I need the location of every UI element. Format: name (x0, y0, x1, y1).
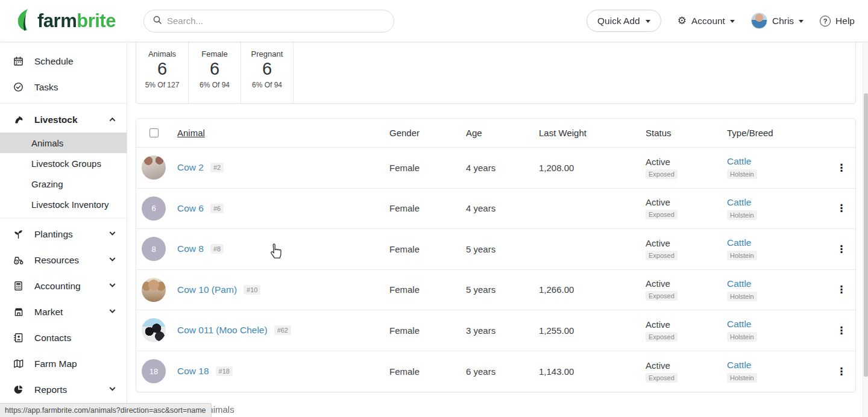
main-content: Animals65% Of 127Female66% Of 94Pregnant… (127, 42, 863, 417)
animal-name-cell: Cow 8#8 (177, 243, 389, 254)
scrollbar-thumb[interactable] (864, 93, 868, 377)
animal-avatar-photo (142, 155, 166, 180)
stat-label: Female (189, 49, 241, 58)
animal-name-link[interactable]: Cow 2 (177, 162, 204, 173)
animal-type-link[interactable]: Cattle (727, 278, 752, 289)
avatar-cell: 6 (136, 196, 177, 221)
sidebar-item-label: Market (34, 307, 63, 318)
status-cell: ActiveExposed (646, 360, 727, 383)
avatar-cell: 18 (136, 359, 177, 383)
sidebar-item-farm-map[interactable]: Farm Map (0, 351, 127, 377)
stat-pregnant: Pregnant66% Of 94 (241, 42, 294, 103)
animal-name-link[interactable]: Cow 011 (Moo Chele) (177, 325, 268, 336)
table-row: 6Cow 6#6Female4 yearsActiveExposedCattle… (136, 189, 855, 230)
user-avatar (751, 13, 767, 29)
account-menu[interactable]: ⚙ Account (678, 16, 735, 27)
sidebar-item-market[interactable]: Market (0, 299, 127, 325)
sidebar-subitem-animals[interactable]: Animals (0, 133, 127, 153)
stat-animals: Animals65% Of 127 (136, 42, 189, 103)
stat-value: 6 (241, 59, 293, 79)
table-row: 18Cow 18#18Female6 years1,143.00ActiveEx… (136, 351, 855, 392)
table-row: Cow 2#2Female4 years1,208.00ActiveExpose… (136, 148, 855, 189)
age-cell: 5 years (466, 244, 539, 254)
animal-name-link[interactable]: Cow 6 (177, 203, 204, 214)
animal-type-link[interactable]: Cattle (727, 319, 752, 329)
sidebar-subitem-grazing[interactable]: Grazing (0, 174, 127, 194)
sidebar-item-label: Reports (34, 384, 67, 395)
animals-table: Animal Gender Age Last Weight Status Typ… (136, 118, 856, 392)
column-header-gender[interactable]: Gender (389, 128, 466, 138)
search-input[interactable]: Search... (143, 10, 394, 33)
avatar-cell: 8 (136, 237, 177, 261)
sidebar-item-plantings[interactable]: Plantings (0, 221, 127, 247)
sidebar-item-label: Accounting (34, 281, 81, 292)
animal-name-link[interactable]: Cow 18 (177, 366, 209, 377)
sidebar-item-contacts[interactable]: Contacts (0, 325, 127, 351)
farm-map-icon (13, 359, 26, 369)
link-status-bar: https://app.farmbrite.com/animals?direct… (0, 403, 212, 417)
animal-type-link[interactable]: Cattle (727, 360, 752, 370)
sidebar-item-accounting[interactable]: Accounting (0, 273, 127, 299)
age-cell: 3 years (466, 325, 539, 336)
row-menu-icon[interactable]: ⋮ (834, 244, 849, 254)
column-header-status[interactable]: Status (646, 128, 727, 138)
status-badge: Exposed (646, 210, 678, 219)
sidebar-nav: ScheduleTasksLivestockAnimalsLivestock G… (0, 43, 127, 417)
sidebar-item-label: Contacts (34, 333, 71, 343)
resources-icon (13, 255, 26, 265)
row-menu-icon[interactable]: ⋮ (834, 366, 849, 377)
search-placeholder: Search... (167, 16, 203, 26)
mouse-cursor-icon (268, 243, 282, 264)
column-header-animal[interactable]: Animal (177, 128, 389, 138)
stat-value: 6 (189, 59, 241, 79)
status-cell: ActiveExposed (646, 238, 727, 260)
sidebar-subitem-livestock-inventory[interactable]: Livestock Inventory (0, 194, 127, 215)
calendar-icon (13, 56, 26, 66)
status-text: Active (646, 278, 727, 289)
breed-badge: Holstein (727, 373, 757, 383)
last-weight-cell: 1,255.00 (539, 325, 646, 336)
animal-type-link[interactable]: Cattle (727, 237, 752, 248)
status-cell: ActiveExposed (646, 319, 727, 342)
stat-label: Pregnant (241, 49, 293, 58)
row-menu-icon[interactable]: ⋮ (834, 284, 849, 295)
help-icon: ? (820, 16, 831, 27)
sidebar-item-schedule[interactable]: Schedule (0, 48, 127, 74)
select-all-checkbox[interactable] (149, 128, 159, 137)
animal-tag-badge: #2 (210, 163, 224, 172)
column-header-last-weight[interactable]: Last Weight (539, 128, 646, 138)
animal-name-link[interactable]: Cow 10 (Pam) (177, 284, 237, 295)
quick-add-button[interactable]: Quick Add (587, 10, 661, 32)
sidebar-subitem-livestock-groups[interactable]: Livestock Groups (0, 153, 127, 174)
row-menu-icon[interactable]: ⋮ (834, 163, 849, 173)
chevron-down-icon (799, 20, 804, 23)
help-button[interactable]: ? Help (820, 16, 855, 27)
type-breed-cell: CattleHolstein (727, 156, 828, 179)
sidebar-item-livestock[interactable]: Livestock (0, 107, 127, 133)
user-menu[interactable]: Chris (751, 13, 804, 29)
animal-name-link[interactable]: Cow 8 (177, 243, 204, 254)
sidebar-item-reports[interactable]: Reports (0, 377, 127, 403)
animal-type-link[interactable]: Cattle (727, 156, 752, 166)
animal-tag-badge: #8 (210, 244, 224, 254)
user-name: Chris (772, 16, 794, 27)
chevron-down-icon (110, 281, 116, 287)
animal-type-link[interactable]: Cattle (727, 197, 752, 207)
age-cell: 4 years (466, 203, 539, 213)
sidebar-divider (0, 103, 127, 104)
farmbrite-logo[interactable]: farmbrite (16, 8, 134, 34)
sidebar-item-resources[interactable]: Resources (0, 247, 127, 273)
column-header-age[interactable]: Age (466, 128, 539, 138)
sidebar-subitem-label: Grazing (31, 179, 63, 189)
sidebar-item-tasks[interactable]: Tasks (0, 74, 127, 100)
row-menu-icon[interactable]: ⋮ (834, 325, 849, 336)
type-breed-cell: CattleHolstein (727, 197, 828, 220)
row-menu-icon[interactable]: ⋮ (834, 203, 849, 213)
stats-card: Animals65% Of 127Female66% Of 94Pregnant… (136, 42, 856, 104)
status-text: Active (646, 238, 727, 248)
vertical-scrollbar[interactable] (863, 42, 868, 417)
column-header-type-breed[interactable]: Type/Breed (727, 128, 828, 138)
animal-name-cell: Cow 011 (Moo Chele)#62 (177, 325, 389, 336)
status-cell: ActiveExposed (646, 157, 727, 179)
status-badge: Exposed (646, 169, 678, 179)
